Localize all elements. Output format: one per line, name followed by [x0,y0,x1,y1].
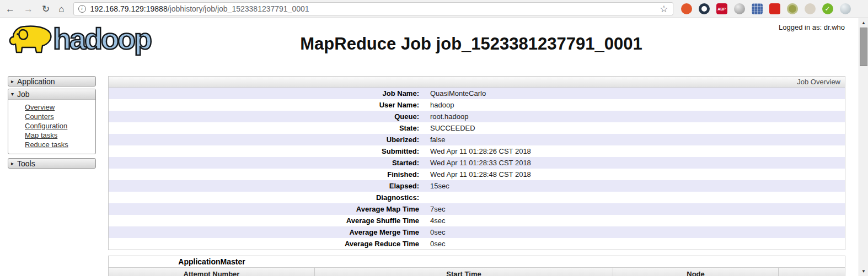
logged-in-status: Logged in as: dr.who [779,23,845,31]
hadoop-elephant-icon [7,21,57,56]
row-label: Diagnostics: [109,192,426,203]
olive-extension-icon[interactable] [787,3,798,14]
sidebar-section-label: Application [17,77,55,86]
scroll-up-icon[interactable]: ▲ [859,18,868,28]
table-row: State:SUCCEEDED [109,122,845,134]
row-value: 15sec [426,180,449,192]
application-master-title-row: ApplicationMaster [109,256,845,267]
row-label: Average Merge Time [109,226,426,238]
application-master-table: ApplicationMaster Attempt Number Start T… [108,256,845,276]
row-value: 0sec [426,226,445,238]
url-path: /jobhistory/job/job_1523381237791_0001 [168,4,309,13]
dark-ring-extension-icon[interactable] [699,3,710,14]
sidebar-link-configuration[interactable]: Configuration [25,122,67,130]
refresh-icon[interactable]: ↻ [42,4,50,14]
row-label: Queue: [109,111,426,122]
url-text[interactable]: 192.168.79.129:19888/jobhistory/job/job_… [90,4,656,13]
table-row: Average Map Time7sec [109,203,845,215]
extension-bar: ABP ✓ [681,3,851,14]
job-overview-header: Job Overview [109,77,845,88]
table-row: Average Shuffle Time4sec [109,215,845,226]
table-row: Diagnostics: [109,192,845,203]
back-icon[interactable]: ← [6,4,15,14]
orange-extension-icon[interactable] [681,3,692,14]
table-row: Finished:Wed Apr 11 01:28:48 CST 2018 [109,169,845,180]
row-value: QuasiMonteCarlo [426,88,486,99]
sidebar-section-label: Tools [17,159,35,168]
row-label: Finished: [109,169,426,180]
url-host: 192.168.79.129:19888 [90,4,168,13]
table-row: Job Name:QuasiMonteCarlo [109,88,845,99]
scrollbar-thumb[interactable] [860,28,867,66]
row-label: Uberized: [109,134,426,145]
table-row: Uberized:false [109,134,845,145]
job-overview-table: Job Overview Job Name:QuasiMonteCarlo Us… [108,76,845,250]
row-value: Wed Apr 11 01:28:48 CST 2018 [426,169,531,180]
table-row: Average Merge Time0sec [109,226,845,238]
row-value: hadoop [426,99,454,111]
pdf-extension-icon[interactable] [769,3,780,14]
table-row: User Name:hadoop [109,99,845,111]
job-links: Overview Counters Configuration Map task… [8,100,95,154]
page-title: MapReduce Job job_1523381237791_0001 [105,34,838,54]
collapsed-arrow-icon: ▸ [11,79,14,84]
sidebar-link-reduce-tasks[interactable]: Reduce tasks [25,140,68,149]
url-bar[interactable]: i 192.168.79.129:19888/jobhistory/job/jo… [73,2,673,15]
browser-toolbar: ← → ↻ ⌂ i 192.168.79.129:19888/jobhistor… [0,0,868,18]
expanded-arrow-icon: ▾ [11,91,14,97]
table-row: Average Reduce Time0sec [109,238,845,250]
beige-extension-icon[interactable] [805,3,816,14]
column-header-empty [779,268,845,276]
sidebar-section-label: Job [17,90,30,99]
page-info-icon[interactable]: i [78,5,86,13]
table-row: Elapsed:15sec [109,180,845,192]
main-content: Job Overview Job Name:QuasiMonteCarlo Us… [108,76,845,276]
row-label: State: [109,122,426,134]
row-label: Average Shuffle Time [109,215,426,226]
row-label: Job Name: [109,88,426,99]
row-label: Elapsed: [109,180,426,192]
sidebar-link-map-tasks[interactable]: Map tasks [25,131,57,139]
table-row: Started:Wed Apr 11 01:28:33 CST 2018 [109,157,845,169]
home-icon[interactable]: ⌂ [58,4,64,14]
row-value: 7sec [426,203,445,215]
row-value: Wed Apr 11 01:28:33 CST 2018 [426,157,531,169]
row-label: Average Map Time [109,203,426,215]
row-label: Submitted: [109,145,426,157]
row-value: 0sec [426,238,445,250]
row-label: User Name: [109,99,426,111]
application-master-title: ApplicationMaster [109,257,315,266]
row-value: root.hadoop [426,111,468,122]
table-row: Submitted:Wed Apr 11 01:28:26 CST 2018 [109,145,845,157]
row-value [426,192,430,203]
column-header-attempt-number[interactable]: Attempt Number [109,268,315,276]
sidebar-link-overview[interactable]: Overview [25,103,55,111]
row-value: SUCCEEDED [426,122,475,134]
sidebar-section-job[interactable]: ▾ Job [8,89,95,100]
row-label: Average Reduce Time [109,238,426,250]
bookmark-star-icon[interactable]: ☆ [660,3,668,15]
page-scrollbar[interactable]: ▲ ▼ [859,18,868,276]
sidebar-section-tools[interactable]: ▸ Tools [8,158,96,169]
column-header-node[interactable]: Node [613,268,779,276]
column-header-start-time[interactable]: Start Time [315,268,613,276]
green-check-extension-icon[interactable]: ✓ [822,3,833,14]
forward-icon[interactable]: → [24,4,33,14]
collapsed-arrow-icon: ▸ [11,161,14,166]
sidebar-nav: ▸ Application ▾ Job Overview Counters Co… [8,76,96,171]
gray-sphere-extension-icon[interactable] [734,3,745,14]
pale-sphere-extension-icon[interactable] [840,3,851,14]
row-value: 4sec [426,215,445,226]
scroll-down-icon[interactable]: ▼ [859,267,868,276]
row-value: Wed Apr 11 01:28:26 CST 2018 [426,145,531,157]
sidebar-section-application[interactable]: ▸ Application [8,76,96,86]
adblock-plus-extension-icon[interactable]: ABP [716,3,727,14]
job-overview-rows: Job Name:QuasiMonteCarlo User Name:hadoo… [109,88,845,250]
sidebar-link-counters[interactable]: Counters [25,112,54,121]
blue-grid-extension-icon[interactable] [752,3,763,14]
application-master-header-row: Attempt Number Start Time Node [109,267,845,276]
table-row: Queue:root.hadoop [109,111,845,122]
row-label: Started: [109,157,426,169]
sidebar-section-job-box: ▾ Job Overview Counters Configuration Ma… [8,89,96,154]
row-value: false [426,134,445,145]
